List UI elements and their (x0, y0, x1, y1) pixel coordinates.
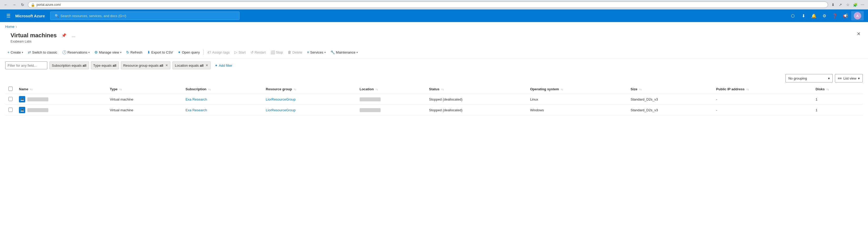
row-checkbox-cell[interactable] (5, 94, 16, 105)
reservations-chevron: ▾ (88, 51, 90, 54)
switch-classic-button[interactable]: ⇄ Switch to classic (26, 48, 59, 57)
download-icon[interactable]: ⬇ (830, 2, 836, 8)
services-icon: ≡ (307, 50, 309, 54)
vm-name-blurred: vm-name-1 (27, 97, 49, 101)
azure-logo: Microsoft Azure (15, 14, 45, 18)
row-subscription-cell[interactable]: Exa Research (182, 94, 262, 105)
type-filter-chip[interactable]: Type equals all (91, 62, 119, 69)
stop-button[interactable]: ⬜ Stop (269, 48, 285, 57)
refresh-icon: ↻ (126, 50, 129, 54)
vm-icon: 💻 (19, 96, 25, 102)
row-resource-group-cell[interactable]: LiorResourceGroup (262, 105, 356, 115)
filter-input[interactable] (5, 62, 47, 69)
assign-tags-button[interactable]: 🏷 Assign tags (205, 48, 232, 57)
row-status-cell: Stopped (deallocated) (426, 105, 527, 115)
delete-button[interactable]: 🗑 Delete (285, 48, 304, 57)
forward-button[interactable]: → (11, 2, 17, 8)
col-resource-group[interactable]: Resource group ↑↓ (262, 84, 356, 94)
col-subscription[interactable]: Subscription ↑↓ (182, 84, 262, 94)
col-name[interactable]: Name ↑↓ (16, 84, 107, 94)
manage-view-button[interactable]: ⚙ Manage view ▾ (92, 48, 124, 57)
list-view-button[interactable]: ≡≡ List view ▾ (835, 74, 863, 82)
search-icon: 🔍 (55, 14, 59, 18)
row-location-cell: location-1 (356, 94, 426, 105)
row-type-cell: Virtual machine (107, 94, 182, 105)
sort-ip-icon: ↑↓ (746, 88, 749, 91)
pin-button[interactable]: 📌 (60, 32, 68, 39)
sort-size-icon: ↑↓ (639, 88, 642, 91)
resource-group-link[interactable]: LiorResourceGroup (266, 108, 296, 112)
row-resource-group-cell[interactable]: LiorResourceGroup (262, 94, 356, 105)
cloud-shell-icon[interactable]: ⬡ (788, 11, 798, 21)
refresh-button[interactable]: ↻ Refresh (124, 48, 145, 57)
restart-button[interactable]: ↺ Restart (248, 48, 268, 57)
switch-icon: ⇄ (28, 50, 31, 54)
resource-group-filter-close[interactable]: ✕ (165, 64, 168, 67)
row-subscription-cell[interactable]: Exa Research (182, 105, 262, 115)
row-type-cell: Virtual machine (107, 105, 182, 115)
more-options-button[interactable]: … (70, 32, 77, 39)
grouping-dropdown[interactable]: No grouping ▾ (785, 74, 833, 82)
export-csv-button[interactable]: ⬇ Export to CSV (145, 48, 175, 57)
manage-view-icon: ⚙ (94, 50, 98, 54)
avatar: A (854, 12, 861, 20)
back-button[interactable]: ← (3, 2, 9, 8)
create-chevron: ▾ (22, 51, 23, 54)
row-checkbox[interactable] (8, 108, 12, 112)
share-icon[interactable]: ↗ (838, 2, 843, 8)
star-icon[interactable]: ☆ (845, 2, 851, 8)
row-checkbox-cell[interactable] (5, 105, 16, 115)
col-os[interactable]: Operating system ↑↓ (527, 84, 627, 94)
col-status[interactable]: Status ↑↓ (426, 84, 527, 94)
close-button[interactable]: ✕ (854, 30, 863, 38)
row-status-cell: Stopped (deallocated) (426, 94, 527, 105)
subscription-filter-chip[interactable]: Subscription equals all (50, 62, 89, 69)
manage-view-chevron: ▾ (120, 51, 121, 54)
resource-group-filter-chip[interactable]: Resource group equals all ✕ (121, 62, 170, 69)
col-disks[interactable]: Disks ↑↓ (812, 84, 863, 94)
help-icon[interactable]: ❓ (830, 11, 840, 21)
user-account-button[interactable]: A (851, 11, 864, 21)
location-filter-chip[interactable]: Location equals all ✕ (173, 62, 211, 69)
sort-type-icon: ↑↓ (119, 88, 122, 91)
browser-settings-icon[interactable]: ⋯ (860, 2, 865, 8)
maintenance-button[interactable]: 🔧 Maintenance ▾ (328, 48, 360, 57)
services-button[interactable]: ≡ Services ▾ (305, 48, 328, 57)
open-query-button[interactable]: ✦ Open query (176, 48, 202, 57)
resource-group-link[interactable]: LiorResourceGroup (266, 97, 296, 101)
create-button[interactable]: + Create ▾ (5, 48, 25, 57)
reservations-button[interactable]: 🕐 Reservations ▾ (60, 48, 92, 57)
hamburger-menu[interactable]: ☰ (4, 11, 12, 20)
query-icon: ✦ (178, 50, 181, 54)
table-row: 💻 vm-name-1 Virtual machine Exa Research… (5, 94, 863, 105)
refresh-button[interactable]: ↻ (20, 2, 26, 8)
breadcrumb-home[interactable]: Home (5, 25, 14, 29)
sort-status-icon: ↑↓ (441, 88, 444, 91)
global-search[interactable]: 🔍 Search resources, services, and docs (… (50, 11, 240, 20)
select-all-checkbox[interactable] (8, 87, 12, 91)
select-all-header[interactable] (5, 84, 16, 94)
settings-icon[interactable]: ⚙ (819, 11, 829, 21)
notifications-icon[interactable]: 🔔 (809, 11, 818, 21)
row-disks-cell: 1 (812, 94, 863, 105)
col-type[interactable]: Type ↑↓ (107, 84, 182, 94)
subscription-link[interactable]: Exa Research (186, 97, 207, 101)
col-size[interactable]: Size ↑↓ (627, 84, 713, 94)
start-button[interactable]: ▷ Start (232, 48, 248, 57)
portal-feedback-icon[interactable]: 📢 (841, 11, 850, 21)
address-bar[interactable]: 🔒 portal.azure.com/ (28, 2, 828, 8)
location-blurred: location-1 (360, 97, 381, 101)
row-disks-cell: 1 (812, 105, 863, 115)
feedback-icon[interactable]: ⬇ (799, 11, 808, 21)
subscription-link[interactable]: Exa Research (186, 108, 207, 112)
list-view-icon: ≡≡ (838, 76, 842, 80)
location-filter-close[interactable]: ✕ (206, 64, 208, 67)
sort-disks-icon: ↑↓ (827, 88, 829, 91)
col-ip[interactable]: Public IP address ↑↓ (713, 84, 812, 94)
col-location[interactable]: Location ↑↓ (356, 84, 426, 94)
add-filter-button[interactable]: ✦ Add filter (213, 62, 234, 69)
extensions-icon[interactable]: 🧩 (852, 2, 858, 8)
export-icon: ⬇ (147, 50, 150, 54)
toolbar: + Create ▾ ⇄ Switch to classic 🕐 Reserva… (0, 46, 868, 59)
row-checkbox[interactable] (8, 97, 12, 101)
